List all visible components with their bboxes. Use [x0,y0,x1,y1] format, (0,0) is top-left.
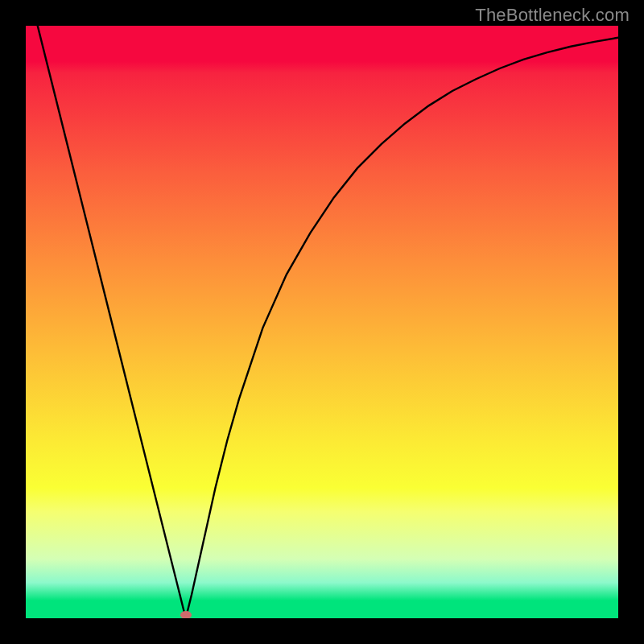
gradient-background [26,26,618,618]
chart-container: TheBottleneck.com [0,0,644,644]
plot-area [26,26,618,618]
watermark-text: TheBottleneck.com [475,5,630,25]
minimum-marker [180,611,192,618]
watermark: TheBottleneck.com [475,5,630,26]
